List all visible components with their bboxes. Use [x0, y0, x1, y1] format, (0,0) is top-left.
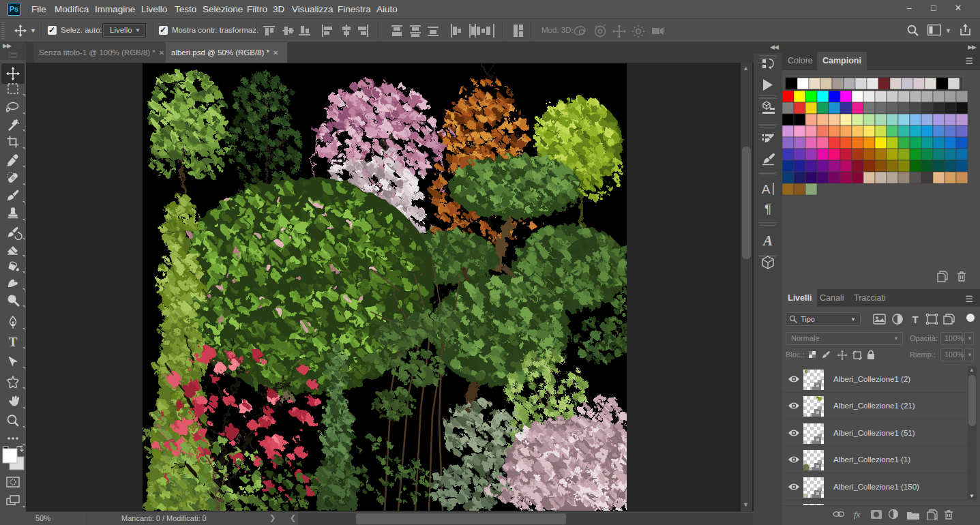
svg-text:fx: fx: [854, 509, 861, 520]
svg-text:A: A: [762, 182, 771, 196]
svg-text:T: T: [9, 335, 18, 349]
svg-text:¶: ¶: [764, 202, 771, 216]
svg-text:A: A: [762, 232, 773, 249]
svg-text:T: T: [912, 314, 918, 325]
